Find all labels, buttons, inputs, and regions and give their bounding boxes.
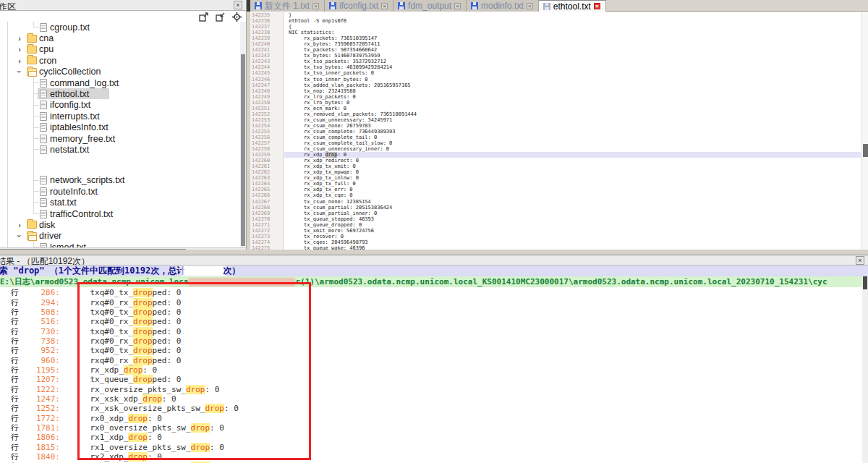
tree-item-lsmod-txt[interactable]: lsmod.txt — [0, 242, 240, 247]
annotation-rectangle — [77, 282, 311, 460]
chevron-icon[interactable]: › — [16, 46, 23, 53]
tree-item-iptablesInfo-txt[interactable]: iptablesInfo.txt — [0, 122, 240, 133]
tree-connector — [33, 202, 39, 203]
line-number: 142242 — [250, 53, 283, 59]
line-number: 142240 — [250, 41, 283, 47]
line-number: 142237 — [250, 24, 283, 30]
tab-close-icon[interactable]: × — [312, 3, 319, 9]
result-line-number: 1222: — [22, 385, 60, 394]
editor-line: NIC statistics: — [284, 30, 861, 35]
tree-item-network_scripts-txt[interactable]: network_scripts.txt — [0, 175, 240, 186]
tab-fdm_output[interactable]: fdm_output× — [393, 0, 467, 12]
editor-line: rx_csum_complete_tail_slow: 0 — [284, 140, 861, 146]
chevron-icon[interactable]: › — [16, 68, 23, 75]
scrollbar-thumb[interactable] — [241, 54, 245, 246]
tree-item-cgroup-txt[interactable]: cgroup.txt — [0, 22, 240, 33]
tab-close-icon[interactable]: × — [527, 3, 533, 9]
line-number: 142266 — [250, 192, 283, 198]
search-summary-line[interactable]: 搜索 "drop" （1个文件中匹配到10192次，总计次） — [0, 266, 868, 276]
tree-connector — [33, 127, 39, 128]
editor-vertical-scrollbar[interactable] — [861, 12, 868, 250]
editor-line: rx_lro_bytes: 0 — [284, 100, 861, 106]
tab-label: ifconfig.txt — [339, 1, 378, 11]
chevron-icon[interactable]: › — [16, 57, 23, 64]
editor-line: tx_csum_partial: 205153836424 — [284, 205, 861, 211]
editor-line: rx_lro_packets: 0 — [284, 94, 861, 100]
tree-item-netstat-txt[interactable]: netstat.txt — [0, 144, 240, 155]
scrollbar-thumb[interactable] — [863, 144, 868, 157]
tab-ethtool.txt[interactable]: ethtool.txt× — [539, 0, 606, 12]
tree-item-cyclicCollection[interactable]: ›cyclicCollection — [0, 67, 240, 77]
result-line-number: 516: — [22, 317, 60, 326]
tree-connector — [33, 149, 39, 150]
tree-item-stat-txt[interactable]: stat.txt — [0, 197, 240, 208]
tree-item-disk[interactable]: ›disk — [0, 219, 240, 230]
tree-item-command_log-txt[interactable]: command_log.txt — [0, 77, 240, 88]
file-icon — [40, 79, 47, 88]
file-icon — [40, 90, 47, 98]
tab-close-icon[interactable]: × — [454, 3, 461, 9]
collapse-all-icon[interactable] — [216, 12, 225, 22]
result-line-number: 1207: — [22, 375, 60, 384]
file-path-suffix: r(1)\armod0523.odata.ncmp.unicom.local_K… — [295, 277, 827, 286]
horizontal-splitter[interactable] — [0, 250, 868, 255]
line-number: 142255 — [250, 129, 283, 135]
folder-icon — [27, 68, 37, 76]
workspace-title: 夹工作区 — [0, 1, 16, 11]
tab-close-icon[interactable]: × — [594, 3, 600, 9]
result-line-number: 1252: — [22, 404, 60, 413]
editor-line: { — [284, 24, 861, 30]
tree-item-driver[interactable]: ›driver — [0, 231, 240, 242]
workspace-close-icon[interactable]: × — [234, 1, 242, 9]
file-icon — [40, 112, 47, 121]
scrollbar-thumb[interactable] — [863, 276, 867, 289]
tree-item-trafficControl-txt[interactable]: trafficControl.txt — [0, 208, 240, 219]
tree-item-interrupts-txt[interactable]: interrupts.txt — [0, 111, 240, 122]
workspace-vertical-scrollbar[interactable] — [240, 22, 246, 247]
line-number: 142238 — [250, 30, 283, 35]
editor-line: rx_xdp_tx_cqe: 0 — [284, 192, 861, 198]
folder-icon — [27, 221, 37, 229]
tree-item-cron[interactable]: ›cron — [0, 55, 240, 66]
tree-item-cpu[interactable]: ›cpu — [0, 44, 240, 55]
chevron-icon[interactable]: › — [16, 232, 23, 239]
tree-item-ethtool-txt[interactable]: ethtool.txt — [0, 88, 240, 99]
tree-item-ifconfig-txt[interactable]: ifconfig.txt — [0, 100, 240, 111]
editor-line: tx_added_vlan_packets: 205165957165 — [284, 82, 861, 88]
code-area[interactable]: }ethtool -S enp1s0f0{NIC statistics: rx_… — [284, 12, 861, 250]
results-vertical-scrollbar[interactable] — [862, 276, 868, 463]
tree-item-label: iptablesInfo.txt — [50, 122, 109, 132]
tab-modinfo.txt[interactable]: modinfo.txt× — [467, 0, 539, 12]
result-line-number: 286: — [22, 288, 60, 297]
tree-item-cna[interactable]: ›cna — [0, 33, 240, 43]
line-number: 142249 — [250, 94, 283, 100]
tree-connector — [33, 27, 39, 27]
results-title: 结果 - （匹配10192次） — [0, 255, 90, 266]
locate-file-icon[interactable] — [232, 12, 242, 22]
file-icon — [40, 176, 47, 184]
results-close-icon[interactable]: × — [856, 256, 864, 265]
file-icon — [40, 187, 47, 196]
tree-item-memory_free-txt[interactable]: memory_free.txt — [0, 133, 240, 144]
editor-line: rx_csum_none: 26759783 — [284, 123, 861, 129]
line-number: 142273 — [250, 234, 283, 239]
result-line-number: 952: — [22, 346, 60, 355]
tree-item-label: netstat.txt — [50, 145, 89, 155]
tree-item-label: network_scripts.txt — [50, 175, 125, 185]
editor-line: tx_queue_stopped: 46393 — [284, 216, 861, 222]
editor-line: rx_xdp_drop: 0 — [284, 152, 861, 158]
line-number: 142244 — [250, 64, 283, 70]
result-line-number: 960: — [22, 356, 60, 365]
tab-close-icon[interactable]: × — [381, 3, 388, 9]
expand-all-icon[interactable] — [199, 12, 208, 22]
result-line-number: 1840: — [22, 452, 60, 462]
editor-line: rx_csum_complete_tail: 0 — [284, 135, 861, 140]
chevron-icon[interactable]: › — [16, 221, 23, 229]
chevron-icon[interactable]: › — [16, 35, 23, 42]
editor-line: tx_tso_inner_bytes: 0 — [284, 77, 861, 82]
tab-新文件 1.txt[interactable]: 新文件 1.txt× — [250, 0, 325, 12]
tree-item-routeInfo-txt[interactable]: routeInfo.txt — [0, 186, 240, 197]
folder-icon — [27, 35, 37, 43]
tab-ifconfig.txt[interactable]: ifconfig.txt× — [325, 0, 393, 12]
folder-icon — [27, 232, 37, 240]
